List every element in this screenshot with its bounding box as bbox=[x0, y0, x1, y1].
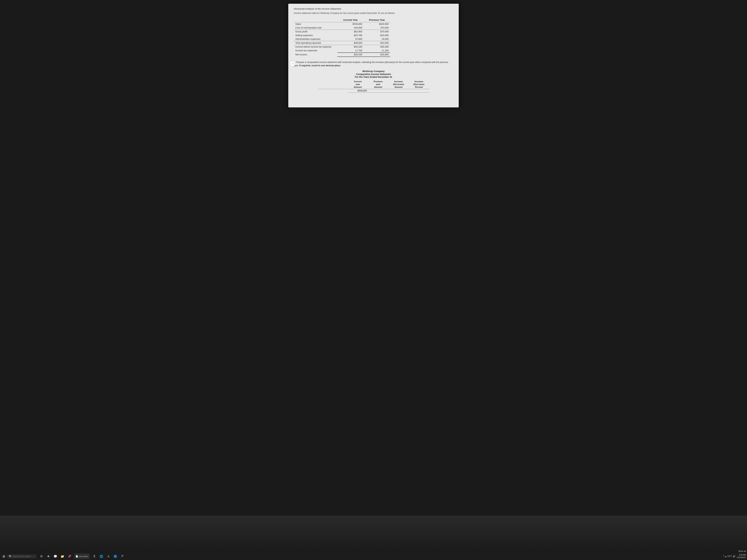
row-current-2: $92,800 bbox=[337, 30, 364, 33]
pin3-button[interactable]: 🌐 bbox=[98, 553, 104, 559]
pin1-button[interactable]: 📌 bbox=[66, 553, 73, 559]
row-previous-4: 19,000 bbox=[364, 37, 390, 41]
search-icon: 🔍 bbox=[9, 555, 12, 558]
row-previous-2: $70,000 bbox=[364, 30, 390, 33]
col-current-header: Current Year bbox=[337, 18, 364, 22]
tray-weather-icon: 59°F bbox=[727, 555, 732, 558]
search-input[interactable] bbox=[12, 555, 35, 557]
row-label-2: Gross profit bbox=[294, 30, 337, 33]
comp-col1-header: CurrentyearAmount bbox=[347, 80, 368, 89]
row-label-3: Selling expenses bbox=[294, 33, 337, 37]
row-current-4: 22,800 bbox=[337, 37, 364, 41]
tray-speaker-icon: 🔊 bbox=[733, 555, 736, 558]
open-doc-button[interactable]: 📄 econ.docx bbox=[74, 553, 90, 559]
taskbar-clock: 6:08 AM 10/30/2021 bbox=[737, 554, 746, 559]
pin2-button[interactable]: $ bbox=[91, 553, 98, 559]
taskbar: ⊞ 🔍 ⧉ ❖ 💬 📁 📌 📄 econ.docx $ 🌐 a 🔵 P ? ☁ … bbox=[0, 553, 747, 560]
col-previous-header: Previous Year bbox=[364, 18, 390, 22]
widgets-button[interactable]: ❖ bbox=[45, 553, 52, 559]
comp-col0-header bbox=[318, 80, 347, 89]
row-previous-1: 370,000 bbox=[364, 26, 390, 30]
row-current-3: $25,760 bbox=[337, 33, 364, 37]
instruction-text: a. Prepare a comparative income statemen… bbox=[294, 60, 453, 67]
pin4-button[interactable]: a bbox=[105, 553, 111, 559]
clock-time: 6:08 AM bbox=[737, 554, 746, 556]
comp-statement: Comparative Income Statement bbox=[294, 73, 453, 76]
income-statement-table: Current Year Previous Year Sales$536,800… bbox=[294, 18, 390, 57]
row-current-7: 17,700 bbox=[337, 49, 364, 53]
explorer-button[interactable]: 📁 bbox=[59, 553, 66, 559]
pin6-button[interactable]: P bbox=[119, 553, 126, 559]
row-current-1: 444,000 bbox=[337, 26, 364, 30]
row-previous-6: $28,000 bbox=[364, 45, 390, 49]
row-previous-7: 11,200 bbox=[364, 49, 390, 53]
tray-cloud-icon: ☁ bbox=[725, 555, 727, 558]
col-label-header bbox=[294, 18, 337, 22]
comp-company: Winthrop Company bbox=[294, 70, 453, 73]
comparative-table: CurrentyearAmount PreviousyearAmount Inc… bbox=[318, 80, 429, 92]
row-previous-8: $16,800 bbox=[364, 53, 390, 57]
doc-label: econ.docx bbox=[79, 555, 88, 557]
row-label-4: Administrative expenses bbox=[294, 37, 337, 41]
row-label-5: Total operating expenses bbox=[294, 41, 337, 45]
row-previous-3: $23,000 bbox=[364, 33, 390, 37]
comparative-section: Winthrop Company Comparative Income Stat… bbox=[294, 70, 453, 92]
taskbar-icons: ⧉ ❖ 💬 📁 📌 📄 econ.docx $ 🌐 a 🔵 P bbox=[38, 553, 723, 559]
row-current-5: $48,560 bbox=[337, 41, 364, 45]
pin5-button[interactable]: 🔵 bbox=[112, 553, 119, 559]
row-current-8: $26,540 bbox=[337, 53, 364, 57]
clock-date: 10/30/2021 bbox=[737, 556, 746, 559]
row-label-0: Sales bbox=[294, 22, 337, 26]
row-label-8: Net income bbox=[294, 53, 337, 57]
start-button[interactable]: ⊞ bbox=[1, 554, 6, 559]
show-all-label: Show all bbox=[738, 550, 746, 552]
tray-help-icon: ? bbox=[723, 555, 724, 558]
taskbar-right: ? ☁ 59°F 🔊 6:08 AM 10/30/2021 bbox=[723, 554, 746, 559]
page-title: Horizontal Analysis of the Income Statem… bbox=[294, 7, 453, 10]
nav-arrow-left[interactable]: > bbox=[290, 61, 295, 66]
row-previous-5: $42,000 bbox=[364, 41, 390, 45]
row-current-6: $44,240 bbox=[337, 45, 364, 49]
comp-col3-header: Increase(Decrease)Amount bbox=[388, 80, 409, 89]
row-label-1: Cost of merchandise sold bbox=[294, 26, 337, 30]
comp-period: For the Years Ended December 31 bbox=[294, 76, 453, 78]
table-row: $536,800 bbox=[318, 89, 429, 92]
doc-icon: 📄 bbox=[76, 555, 78, 558]
row-label-7: Income tax expenses bbox=[294, 49, 337, 53]
comp-col2-header: PreviousyearAmount bbox=[368, 80, 388, 89]
page-subtitle: Income statement data for Winthrop Compa… bbox=[294, 12, 453, 15]
search-bar[interactable]: 🔍 bbox=[7, 555, 37, 558]
tray-icons: ? ☁ 59°F 🔊 bbox=[723, 555, 736, 558]
row-previous-0: $440,000 bbox=[364, 22, 390, 26]
task-view-button[interactable]: ⧉ bbox=[38, 553, 45, 559]
comp-col4-header: Increase(Decrease)Percent bbox=[409, 80, 429, 89]
row-label-6: Income before income tax expense bbox=[294, 45, 337, 49]
keyboard-area bbox=[0, 515, 747, 553]
chat-button[interactable]: 💬 bbox=[52, 553, 58, 559]
row-current-0: $536,800 bbox=[337, 22, 364, 26]
instruction-bold: If required, round to one decimal place. bbox=[299, 64, 341, 67]
